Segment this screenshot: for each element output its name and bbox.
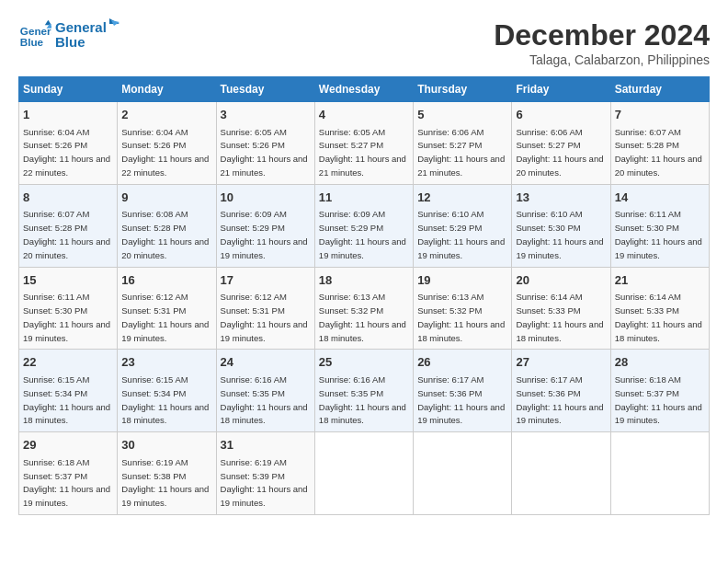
calendar-cell: 5 Sunrise: 6:06 AMSunset: 5:27 PMDayligh… [414, 102, 512, 185]
day-number: 14 [615, 190, 705, 206]
day-number: 9 [121, 190, 211, 206]
calendar-cell: 18 Sunrise: 6:13 AMSunset: 5:32 PMDaylig… [314, 267, 413, 350]
calendar-cell [610, 432, 709, 515]
cell-info: Sunrise: 6:07 AMSunset: 5:28 PMDaylight:… [615, 127, 702, 178]
cell-info: Sunrise: 6:09 AMSunset: 5:29 PMDaylight:… [221, 209, 308, 259]
cell-info: Sunrise: 6:15 AMSunset: 5:34 PMDaylight:… [121, 374, 209, 425]
day-number: 13 [516, 190, 606, 206]
calendar-cell: 6 Sunrise: 6:06 AMSunset: 5:27 PMDayligh… [512, 102, 610, 185]
day-number: 20 [516, 272, 606, 289]
cell-info: Sunrise: 6:16 AMSunset: 5:35 PMDaylight:… [221, 374, 308, 425]
cell-info: Sunrise: 6:08 AMSunset: 5:28 PMDaylight:… [121, 209, 209, 259]
cell-info: Sunrise: 6:11 AMSunset: 5:30 PMDaylight:… [615, 209, 702, 259]
logo-icon: General Blue [18, 18, 51, 52]
day-number: 12 [417, 190, 507, 206]
cell-info: Sunrise: 6:18 AMSunset: 5:37 PMDaylight:… [615, 374, 702, 425]
cell-info: Sunrise: 6:10 AMSunset: 5:29 PMDaylight:… [417, 209, 505, 259]
calendar-header-row: SundayMondayTuesdayWednesdayThursdayFrid… [19, 77, 710, 102]
day-number: 7 [615, 107, 705, 123]
day-number: 29 [23, 437, 113, 454]
svg-marker-2 [45, 20, 51, 25]
calendar-cell: 19 Sunrise: 6:13 AMSunset: 5:32 PMDaylig… [414, 267, 512, 350]
cell-info: Sunrise: 6:18 AMSunset: 5:37 PMDaylight:… [23, 457, 110, 508]
day-number: 31 [221, 437, 311, 454]
logo: General Blue General Blue [18, 18, 119, 52]
week-row-2: 8 Sunrise: 6:07 AMSunset: 5:28 PMDayligh… [19, 184, 710, 267]
cell-info: Sunrise: 6:06 AMSunset: 5:27 PMDaylight:… [516, 127, 603, 178]
calendar-cell: 8 Sunrise: 6:07 AMSunset: 5:28 PMDayligh… [19, 184, 118, 267]
title-area: December 2024 Talaga, Calabarzon, Philip… [494, 18, 710, 67]
day-number: 23 [121, 354, 211, 371]
calendar-cell: 22 Sunrise: 6:15 AMSunset: 5:34 PMDaylig… [19, 350, 118, 432]
cell-info: Sunrise: 6:12 AMSunset: 5:31 PMDaylight:… [221, 292, 308, 342]
calendar-cell: 16 Sunrise: 6:12 AMSunset: 5:31 PMDaylig… [118, 267, 216, 350]
day-number: 18 [319, 272, 409, 289]
day-header-monday: Monday [118, 77, 216, 102]
calendar-cell [512, 432, 610, 515]
calendar-cell: 10 Sunrise: 6:09 AMSunset: 5:29 PMDaylig… [216, 184, 314, 267]
week-row-1: 1 Sunrise: 6:04 AMSunset: 5:26 PMDayligh… [19, 102, 710, 185]
cell-info: Sunrise: 6:17 AMSunset: 5:36 PMDaylight:… [417, 374, 505, 425]
week-row-4: 22 Sunrise: 6:15 AMSunset: 5:34 PMDaylig… [19, 350, 710, 432]
day-number: 4 [319, 107, 409, 123]
cell-info: Sunrise: 6:13 AMSunset: 5:32 PMDaylight:… [417, 292, 505, 342]
day-number: 16 [121, 272, 211, 289]
week-row-3: 15 Sunrise: 6:11 AMSunset: 5:30 PMDaylig… [19, 267, 710, 350]
day-number: 27 [516, 354, 606, 371]
day-number: 6 [516, 107, 606, 123]
calendar-cell: 4 Sunrise: 6:05 AMSunset: 5:27 PMDayligh… [314, 102, 413, 185]
calendar-cell: 11 Sunrise: 6:09 AMSunset: 5:29 PMDaylig… [314, 184, 413, 267]
logo-blue: Blue [55, 35, 107, 51]
cell-info: Sunrise: 6:07 AMSunset: 5:28 PMDaylight:… [23, 209, 110, 259]
day-number: 1 [23, 107, 113, 123]
calendar-cell: 26 Sunrise: 6:17 AMSunset: 5:36 PMDaylig… [414, 350, 512, 432]
cell-info: Sunrise: 6:19 AMSunset: 5:38 PMDaylight:… [121, 457, 209, 508]
day-number: 28 [615, 354, 705, 371]
day-header-tuesday: Tuesday [216, 77, 314, 102]
calendar-cell: 23 Sunrise: 6:15 AMSunset: 5:34 PMDaylig… [118, 350, 216, 432]
calendar-cell [414, 432, 512, 515]
calendar-cell: 31 Sunrise: 6:19 AMSunset: 5:39 PMDaylig… [216, 432, 314, 515]
page-header: General Blue General Blue December 2024 … [18, 18, 710, 67]
cell-info: Sunrise: 6:19 AMSunset: 5:39 PMDaylight:… [221, 457, 308, 508]
calendar-table: SundayMondayTuesdayWednesdayThursdayFrid… [18, 76, 710, 515]
cell-info: Sunrise: 6:14 AMSunset: 5:33 PMDaylight:… [516, 292, 603, 342]
calendar-cell: 15 Sunrise: 6:11 AMSunset: 5:30 PMDaylig… [19, 267, 118, 350]
day-number: 22 [23, 354, 113, 371]
calendar-cell: 25 Sunrise: 6:16 AMSunset: 5:35 PMDaylig… [314, 350, 413, 432]
calendar-cell: 2 Sunrise: 6:04 AMSunset: 5:26 PMDayligh… [118, 102, 216, 185]
day-header-thursday: Thursday [414, 77, 512, 102]
day-number: 25 [319, 354, 409, 371]
day-number: 30 [121, 437, 211, 454]
day-number: 26 [417, 354, 507, 371]
day-number: 19 [417, 272, 507, 289]
day-number: 15 [23, 272, 113, 289]
calendar-cell: 1 Sunrise: 6:04 AMSunset: 5:26 PMDayligh… [19, 102, 118, 185]
calendar-cell: 9 Sunrise: 6:08 AMSunset: 5:28 PMDayligh… [118, 184, 216, 267]
calendar-cell: 30 Sunrise: 6:19 AMSunset: 5:38 PMDaylig… [118, 432, 216, 515]
location-title: Talaga, Calabarzon, Philippines [494, 52, 710, 67]
calendar-cell: 12 Sunrise: 6:10 AMSunset: 5:29 PMDaylig… [414, 184, 512, 267]
calendar-cell: 27 Sunrise: 6:17 AMSunset: 5:36 PMDaylig… [512, 350, 610, 432]
day-number: 21 [615, 272, 705, 289]
cell-info: Sunrise: 6:12 AMSunset: 5:31 PMDaylight:… [121, 292, 209, 342]
calendar-cell: 28 Sunrise: 6:18 AMSunset: 5:37 PMDaylig… [610, 350, 709, 432]
svg-text:Blue: Blue [20, 36, 44, 48]
cell-info: Sunrise: 6:14 AMSunset: 5:33 PMDaylight:… [615, 292, 702, 342]
month-title: December 2024 [494, 18, 710, 52]
cell-info: Sunrise: 6:15 AMSunset: 5:34 PMDaylight:… [23, 374, 110, 425]
cell-info: Sunrise: 6:10 AMSunset: 5:30 PMDaylight:… [516, 209, 603, 259]
cell-info: Sunrise: 6:09 AMSunset: 5:29 PMDaylight:… [319, 209, 406, 259]
cell-info: Sunrise: 6:05 AMSunset: 5:26 PMDaylight:… [221, 127, 308, 178]
calendar-cell: 20 Sunrise: 6:14 AMSunset: 5:33 PMDaylig… [512, 267, 610, 350]
day-number: 3 [221, 107, 311, 123]
day-number: 2 [121, 107, 211, 123]
cell-info: Sunrise: 6:13 AMSunset: 5:32 PMDaylight:… [319, 292, 406, 342]
calendar-cell: 21 Sunrise: 6:14 AMSunset: 5:33 PMDaylig… [610, 267, 709, 350]
day-header-sunday: Sunday [19, 77, 118, 102]
cell-info: Sunrise: 6:05 AMSunset: 5:27 PMDaylight:… [319, 127, 406, 178]
calendar-cell: 17 Sunrise: 6:12 AMSunset: 5:31 PMDaylig… [216, 267, 314, 350]
week-row-5: 29 Sunrise: 6:18 AMSunset: 5:37 PMDaylig… [19, 432, 710, 515]
calendar-cell: 3 Sunrise: 6:05 AMSunset: 5:26 PMDayligh… [216, 102, 314, 185]
day-number: 5 [417, 107, 507, 123]
